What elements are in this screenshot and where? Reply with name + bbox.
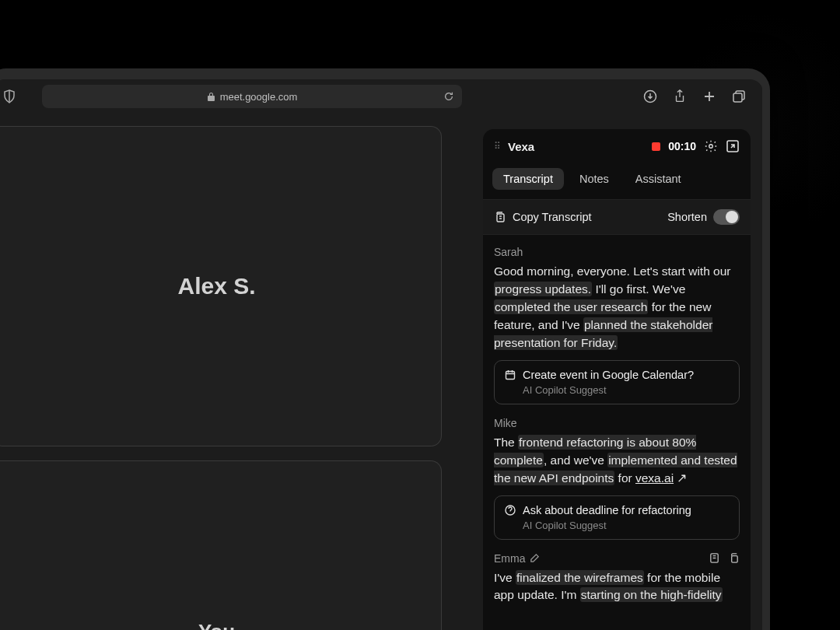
expand-button[interactable] — [726, 139, 740, 153]
shorten-label: Shorten — [667, 211, 707, 223]
recording-indicator-icon — [652, 142, 660, 151]
transcript-entry: MikeThe frontend refactoring is about 80… — [494, 417, 740, 540]
speaker-name: Mike — [494, 417, 517, 429]
transcript-text: I've finalized the wireframes for the mo… — [494, 569, 740, 605]
speaker-name: Emma — [494, 552, 525, 565]
suggest-title: Create event in Google Calendar? — [523, 369, 694, 381]
url-bar[interactable]: meet.google.com — [42, 85, 462, 108]
highlight: completed the user research — [494, 299, 648, 314]
participant-name: Alex S. — [177, 273, 255, 299]
vexa-tabs: Transcript Notes Assistant — [483, 163, 751, 199]
edit-icon[interactable] — [530, 553, 541, 564]
transcript-text: Good morning, everyone. Let's start with… — [494, 263, 740, 352]
speaker-row: Mike — [494, 417, 740, 429]
shorten-toggle[interactable] — [713, 209, 740, 225]
speaker-name: Sarah — [494, 246, 523, 258]
vexa-header: ⠿ Vexa 00:10 — [483, 129, 751, 163]
question-icon — [504, 504, 516, 516]
svg-rect-5 — [506, 371, 515, 379]
recording-timer: 00:10 — [668, 140, 696, 152]
new-tab-button[interactable] — [702, 89, 717, 104]
svg-rect-1 — [733, 93, 742, 102]
transcript-entry: SarahGood morning, everyone. Let's start… — [494, 246, 740, 404]
share-button[interactable] — [672, 89, 688, 104]
highlight: finalized the wireframes — [516, 570, 644, 585]
speaker-row: Sarah — [494, 246, 740, 258]
tab-assistant[interactable]: Assistant — [625, 168, 692, 190]
speaker-row: Emma — [494, 552, 740, 565]
external-link[interactable]: vexa.ai — [635, 471, 674, 485]
participant-tile[interactable]: Alex S. — [0, 126, 442, 446]
suggest-subtitle: AI Copilot Suggest — [523, 384, 730, 396]
copy-transcript-button[interactable]: Copy Transcript — [494, 211, 592, 223]
screen: meet.google.com — [0, 79, 762, 630]
transcript-entry: EmmaI've finalized the wireframes for th… — [494, 552, 740, 605]
transcript-text: The frontend refactoring is about 80% co… — [494, 434, 740, 488]
settings-button[interactable] — [704, 139, 718, 153]
tab-notes[interactable]: Notes — [569, 168, 620, 190]
suggest-title: Ask about deadline for refactoring — [523, 504, 691, 516]
self-name: You — [198, 620, 235, 631]
copy-transcript-label: Copy Transcript — [513, 211, 592, 223]
calendar-icon — [504, 369, 516, 381]
url-text: meet.google.com — [220, 91, 298, 103]
app-title: Vexa — [508, 140, 534, 153]
downloads-button[interactable] — [642, 89, 658, 104]
toolbar-actions — [642, 89, 754, 104]
video-grid: Alex S. You — [0, 114, 453, 630]
transcript-action-bar: Copy Transcript Shorten — [483, 199, 751, 235]
lock-icon — [207, 92, 215, 102]
ai-suggest-card[interactable]: Create event in Google Calendar?AI Copil… — [494, 360, 740, 404]
suggest-subtitle: AI Copilot Suggest — [523, 520, 730, 531]
svg-rect-8 — [732, 556, 738, 562]
vexa-panel: ⠿ Vexa 00:10 Transcript Notes Assistant — [483, 129, 751, 630]
self-tile[interactable]: You — [0, 460, 442, 630]
note-icon[interactable] — [709, 552, 720, 564]
privacy-shield-button[interactable] — [0, 87, 19, 106]
laptop-frame: meet.google.com — [0, 68, 770, 630]
entry-actions — [709, 552, 740, 564]
ai-suggest-card[interactable]: Ask about deadline for refactoringAI Cop… — [494, 495, 740, 540]
svg-rect-4 — [497, 214, 504, 222]
transcript-list[interactable]: SarahGood morning, everyone. Let's start… — [483, 235, 751, 630]
tab-transcript[interactable]: Transcript — [492, 168, 564, 190]
browser-toolbar: meet.google.com — [0, 79, 762, 114]
svg-point-2 — [709, 145, 713, 149]
highlight: starting on the high-fidelity — [580, 587, 723, 602]
drag-handle-icon[interactable]: ⠿ — [494, 141, 502, 152]
reload-button[interactable] — [442, 89, 456, 103]
copy-icon[interactable] — [728, 552, 740, 564]
tab-overview-button[interactable] — [731, 89, 747, 104]
highlight: progress updates. — [494, 282, 592, 296]
